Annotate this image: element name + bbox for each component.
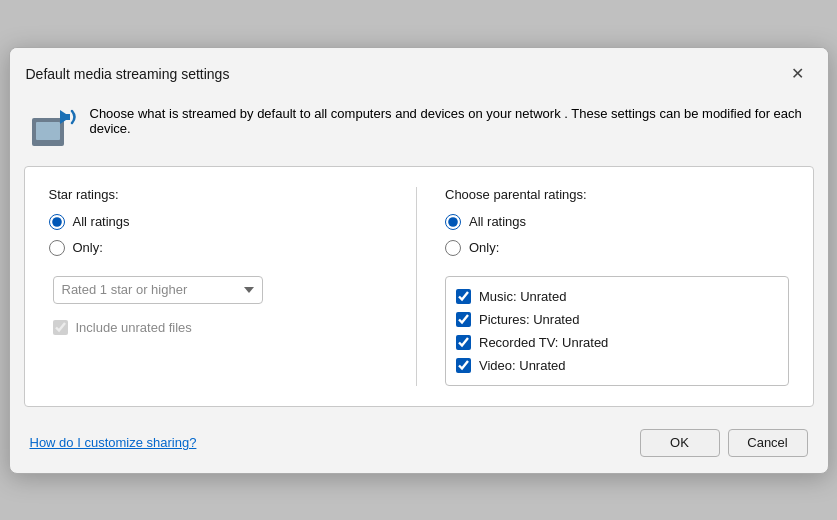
parental-checkboxes-container: Music: Unrated Pictures: Unrated Recorde… [445,276,789,386]
parental-ratings-label: Choose parental ratings: [445,187,789,202]
checkbox-video-unrated[interactable]: Video: Unrated [456,354,778,377]
music-unrated-checkbox[interactable] [456,289,471,304]
checkbox-music-unrated[interactable]: Music: Unrated [456,285,778,308]
main-panel: Star ratings: All ratings Only: Rated 1 … [24,166,814,407]
ok-button[interactable]: OK [640,429,720,457]
video-unrated-label: Video: Unrated [479,358,566,373]
title-bar: Default media streaming settings ✕ [10,48,828,96]
parental-only-option[interactable]: Only: [445,240,789,256]
checkbox-recorded-tv-unrated[interactable]: Recorded TV: Unrated [456,331,778,354]
star-all-label: All ratings [73,214,130,229]
include-unrated-checkbox[interactable] [53,320,68,335]
left-section: Star ratings: All ratings Only: Rated 1 … [49,187,413,386]
star-only-option[interactable]: Only: [49,240,393,256]
pictures-unrated-label: Pictures: Unrated [479,312,579,327]
star-all-radio[interactable] [49,214,65,230]
video-unrated-checkbox[interactable] [456,358,471,373]
star-all-ratings-option[interactable]: All ratings [49,214,393,230]
recorded-tv-unrated-checkbox[interactable] [456,335,471,350]
star-ratings-label: Star ratings: [49,187,393,202]
cancel-button[interactable]: Cancel [728,429,808,457]
svg-rect-1 [36,122,60,140]
help-link[interactable]: How do I customize sharing? [30,435,197,450]
parental-all-radio[interactable] [445,214,461,230]
star-only-radio[interactable] [49,240,65,256]
media-icon-svg [30,106,76,152]
recorded-tv-unrated-label: Recorded TV: Unrated [479,335,608,350]
parental-only-label: Only: [469,240,499,255]
music-unrated-label: Music: Unrated [479,289,566,304]
parental-all-label: All ratings [469,214,526,229]
star-dropdown-wrapper: Rated 1 star or higher Rated 2 stars or … [49,276,393,304]
star-radio-group: All ratings Only: [49,214,393,256]
checkbox-pictures-unrated[interactable]: Pictures: Unrated [456,308,778,331]
header-text: Choose what is streamed by default to al… [90,106,808,136]
media-icon [30,106,76,152]
section-divider [416,187,417,386]
right-section: Choose parental ratings: All ratings Onl… [421,187,789,386]
dialog-title: Default media streaming settings [26,66,230,82]
parental-only-radio[interactable] [445,240,461,256]
include-unrated-wrapper: Include unrated files [49,320,393,335]
star-only-label: Only: [73,240,103,255]
footer-buttons: OK Cancel [640,429,808,457]
parental-all-ratings-option[interactable]: All ratings [445,214,789,230]
parental-radio-group: All ratings Only: [445,214,789,256]
close-button[interactable]: ✕ [784,60,812,88]
include-unrated-label: Include unrated files [76,320,192,335]
header-section: Choose what is streamed by default to al… [10,96,828,166]
footer: How do I customize sharing? OK Cancel [10,421,828,473]
star-rating-dropdown[interactable]: Rated 1 star or higher Rated 2 stars or … [53,276,263,304]
pictures-unrated-checkbox[interactable] [456,312,471,327]
dialog: Default media streaming settings ✕ Choos… [9,47,829,474]
